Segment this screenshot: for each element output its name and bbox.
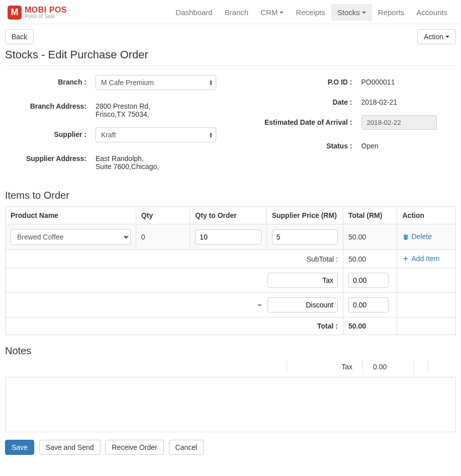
- table-header-row: Product Name Qty Qty to Order Supplier P…: [6, 207, 456, 224]
- nav-accounts[interactable]: Accounts: [410, 4, 453, 21]
- supplier-address-line1: East Randolph,: [96, 154, 231, 163]
- cell-qty: 0: [136, 224, 190, 250]
- back-button[interactable]: Back: [5, 29, 34, 44]
- delete-row-link[interactable]: Delete: [402, 232, 431, 241]
- add-item-label: Add Item: [411, 255, 439, 263]
- notes-section-title: Notes: [5, 345, 456, 357]
- label-po-id: P.O ID :: [231, 75, 361, 86]
- brand-main: MOBI POS: [25, 6, 67, 14]
- value-status: Open: [361, 139, 456, 150]
- table-row: Brewed Coffee ▾ 0 50.00 Delete: [6, 224, 456, 250]
- value-branch-address: 2800 Preston Rd, Frisco,TX 75034,: [96, 99, 231, 118]
- label-branch: Branch :: [5, 75, 96, 86]
- tax-value-input[interactable]: [348, 273, 389, 288]
- discount-label-input[interactable]: [267, 297, 338, 312]
- items-table: Product Name Qty Qty to Order Supplier P…: [5, 206, 456, 335]
- branch-select[interactable]: M Cafe Premium: [96, 75, 216, 90]
- details-right: P.O ID : PO000011 Date : 2018-02-21 Esti…: [231, 75, 456, 180]
- value-date: 2018-02-21: [361, 95, 456, 106]
- value-supplier-address: East Randolph, Suite 7600,Chicago,: [96, 151, 231, 171]
- tax-label-input[interactable]: [267, 273, 338, 288]
- top-actions: Back Action: [5, 29, 456, 44]
- discount-row: −: [6, 293, 456, 318]
- label-supplier: Supplier :: [5, 127, 96, 138]
- product-select[interactable]: Brewed Coffee: [11, 229, 131, 245]
- minus-icon: −: [257, 301, 261, 309]
- th-action: Action: [397, 207, 456, 224]
- nav-receipts[interactable]: Receipts: [290, 4, 331, 21]
- nav-reports[interactable]: Reports: [372, 4, 411, 21]
- supplier-address-line2: Suite 7600,Chicago,: [96, 163, 231, 171]
- subtotal-value: 50.00: [343, 250, 397, 268]
- subtotal-row: SubTotal : 50.00 Add Item: [6, 250, 456, 268]
- th-qty-order: Qty to Order: [190, 207, 266, 224]
- brand-sub: Point of Sale: [25, 14, 67, 19]
- value-po-id: PO000011: [361, 75, 456, 86]
- brand-logo: M: [8, 6, 22, 20]
- tax-row: [6, 268, 456, 293]
- label-branch-address: Branch Address:: [5, 99, 96, 110]
- brand[interactable]: M MOBI POS Point of Sale: [8, 6, 67, 20]
- label-date: Date :: [231, 95, 361, 106]
- main-container: Back Action Stocks - Edit Purchase Order…: [0, 24, 461, 465]
- branch-address-line2: Frisco,TX 75034,: [96, 110, 231, 118]
- subtotal-label: SubTotal :: [6, 250, 343, 268]
- th-qty: Qty: [136, 207, 190, 224]
- total-label: Total :: [6, 318, 343, 335]
- label-eta: Estimated Date of Arrival :: [231, 115, 361, 126]
- receive-order-button[interactable]: Receive Order: [105, 440, 163, 455]
- items-section-title: Items to Order: [5, 190, 456, 201]
- nav-stocks[interactable]: Stocks: [331, 4, 372, 21]
- details-left: Branch : M Cafe Premium ▴▾ Branch Addres…: [5, 75, 231, 180]
- supplier-select[interactable]: Kraft: [96, 127, 216, 142]
- delete-label: Delete: [411, 232, 431, 241]
- page-title: Stocks - Edit Purchase Order: [5, 48, 456, 61]
- po-details: Branch : M Cafe Premium ▴▾ Branch Addres…: [5, 75, 456, 180]
- discount-value-input[interactable]: [348, 297, 389, 312]
- divider: [5, 65, 456, 66]
- branch-address-line1: 2800 Preston Rd,: [96, 102, 231, 110]
- trash-icon: [402, 233, 409, 240]
- supplier-select-wrap: Kraft ▴▾: [96, 127, 216, 142]
- footer-buttons: Save Save and Send Receive Order Cancel: [5, 440, 456, 455]
- save-send-button[interactable]: Save and Send: [39, 440, 101, 455]
- cancel-button[interactable]: Cancel: [169, 440, 204, 455]
- total-row: Total : 50.00: [6, 318, 456, 335]
- th-supplier-price: Supplier Price (RM): [266, 207, 343, 224]
- label-status: Status :: [231, 139, 361, 150]
- cell-row-total: 50.00: [343, 224, 397, 250]
- brand-text: MOBI POS Point of Sale: [25, 6, 67, 19]
- product-select-wrap: Brewed Coffee ▾: [11, 229, 131, 245]
- branch-select-wrap: M Cafe Premium ▴▾: [96, 75, 216, 90]
- qty-order-input[interactable]: [195, 229, 261, 245]
- navbar: M MOBI POS Point of Sale Dashboard Branc…: [0, 0, 461, 24]
- action-dropdown[interactable]: Action: [417, 29, 456, 44]
- total-value: 50.00: [343, 318, 397, 335]
- th-product: Product Name: [6, 207, 136, 224]
- nav-branch[interactable]: Branch: [219, 4, 255, 21]
- eta-input[interactable]: [361, 115, 437, 130]
- label-supplier-address: Supplier Address:: [5, 151, 96, 163]
- plus-icon: [402, 256, 409, 262]
- supplier-price-input[interactable]: [272, 229, 338, 245]
- add-item-link[interactable]: Add Item: [402, 255, 439, 263]
- save-button[interactable]: Save: [5, 440, 34, 455]
- notes-wrap: Notes Tax 0.00: [5, 345, 456, 434]
- nav: Dashboard Branch CRM Receipts Stocks Rep…: [169, 4, 453, 21]
- nav-crm[interactable]: CRM: [254, 4, 290, 21]
- th-total: Total (RM): [343, 207, 397, 224]
- nav-dashboard[interactable]: Dashboard: [169, 4, 218, 21]
- notes-textarea[interactable]: [5, 377, 456, 432]
